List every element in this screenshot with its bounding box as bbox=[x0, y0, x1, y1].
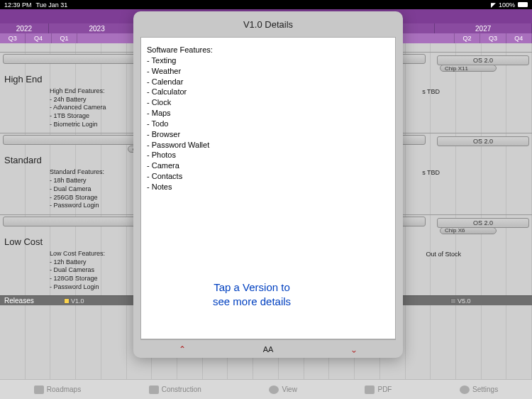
bottom-toolbar: Roadmaps Construction View PDF Settings bbox=[0, 379, 532, 399]
chip-bar[interactable]: Chip X6 bbox=[440, 227, 497, 234]
releases-label: Releases bbox=[0, 297, 38, 305]
popover-footer: ⌃ AA ⌃ bbox=[140, 339, 396, 358]
list-item: - Contacts bbox=[147, 171, 389, 182]
toolbar-pdf[interactable]: PDF bbox=[365, 386, 392, 394]
chip-bar[interactable]: Chip X11 bbox=[440, 65, 497, 72]
list-item: - Texting bbox=[147, 55, 389, 66]
popover-title: V1.0 Details bbox=[133, 11, 403, 37]
list-item: - Calendar bbox=[147, 77, 389, 87]
feature-list-header: Software Features: bbox=[147, 45, 389, 55]
construction-icon bbox=[149, 386, 159, 394]
list-item: - Todo bbox=[147, 119, 389, 129]
list-item: - Maps bbox=[147, 108, 389, 119]
wifi-icon: ◤ bbox=[491, 1, 496, 9]
release-v1[interactable]: V1.0 bbox=[64, 297, 84, 305]
chevron-down-icon[interactable]: ⌃ bbox=[350, 344, 358, 354]
chevron-up-icon[interactable]: ⌃ bbox=[179, 344, 186, 354]
list-item: - Password Wallet bbox=[147, 140, 389, 151]
list-item: - Clock bbox=[147, 97, 389, 108]
quarter-label: Q3 bbox=[9, 35, 17, 42]
toolbar-view[interactable]: View bbox=[269, 386, 297, 394]
release-checkbox-icon bbox=[450, 298, 456, 304]
quarter-label: Q2 bbox=[463, 35, 472, 42]
battery-icon bbox=[518, 2, 528, 7]
annotation-text: Tap a Version to see more details bbox=[213, 280, 291, 308]
year-label: 2027 bbox=[475, 25, 491, 33]
eye-icon bbox=[269, 386, 279, 394]
tbd-text: s TBD bbox=[422, 88, 440, 95]
toolbar-construction[interactable]: Construction bbox=[149, 386, 201, 394]
release-checkbox-icon bbox=[64, 298, 70, 304]
list-item: - Weather bbox=[147, 66, 389, 77]
quarter-label: Q3 bbox=[489, 35, 497, 42]
toolbar-settings[interactable]: Settings bbox=[460, 386, 498, 394]
year-label: 2022 bbox=[16, 25, 32, 33]
list-item: - Notes bbox=[147, 182, 389, 192]
quarter-label: Q4 bbox=[34, 35, 43, 42]
list-item: - Calculator bbox=[147, 87, 389, 97]
status-time: 12:39 PM bbox=[4, 1, 32, 9]
quarter-label: Q1 bbox=[60, 35, 68, 42]
tbd-text: Out of Stock bbox=[426, 251, 461, 258]
status-bar: 12:39 PM Tue Jan 31 ◤ 100% bbox=[0, 0, 532, 9]
font-size-button[interactable]: AA bbox=[263, 345, 274, 354]
list-item: - Camera bbox=[147, 160, 389, 171]
map-icon bbox=[34, 386, 44, 394]
toolbar-roadmaps[interactable]: Roadmaps bbox=[34, 386, 81, 394]
list-item: - Browser bbox=[147, 129, 389, 140]
gear-icon bbox=[460, 386, 470, 394]
year-label: 2023 bbox=[89, 25, 105, 33]
tbd-text: s TBD bbox=[422, 169, 440, 176]
battery-pct: 100% bbox=[499, 1, 515, 9]
release-v5[interactable]: V5.0 bbox=[450, 297, 471, 305]
list-item: - Photos bbox=[147, 150, 389, 160]
quarter-label: Q4 bbox=[514, 35, 523, 42]
pdf-icon bbox=[365, 386, 375, 394]
status-date: Tue Jan 31 bbox=[36, 1, 68, 9]
